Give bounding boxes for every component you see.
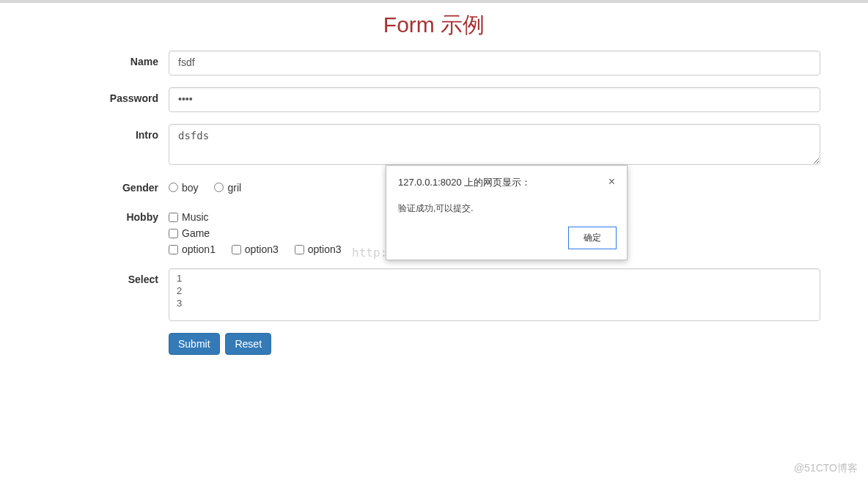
close-icon[interactable]: × — [608, 176, 615, 188]
select-option-2[interactable]: 2 — [174, 284, 815, 297]
select-label: Select — [48, 268, 169, 285]
row-intro: Intro dsfds — [48, 124, 820, 165]
hobby-checkbox-game-label: Game — [182, 227, 210, 239]
hobby-checkbox-option3a[interactable] — [232, 245, 241, 254]
select-option-1[interactable]: 1 — [174, 272, 815, 284]
hobby-checkbox-option3b[interactable] — [295, 245, 304, 254]
row-password: Password — [48, 87, 820, 112]
intro-label: Intro — [48, 124, 169, 141]
hobby-option1[interactable]: option1 — [169, 243, 216, 255]
hobby-checkbox-music-label: Music — [182, 211, 209, 223]
row-name: Name — [48, 51, 820, 76]
hobby-checkbox-option1[interactable] — [169, 245, 178, 254]
gender-radio-boy[interactable] — [169, 183, 178, 192]
hobby-option3b[interactable]: option3 — [295, 243, 342, 255]
gender-option-gril[interactable]: gril — [214, 182, 241, 194]
footer-watermark: @51CTO博客 — [794, 462, 858, 475]
dialog-title: 127.0.0.1:8020 上的网页显示： — [398, 176, 531, 189]
hobby-checkbox-game[interactable] — [169, 229, 178, 238]
name-label: Name — [48, 51, 169, 67]
row-select: Select 1 2 3 — [48, 268, 820, 321]
hobby-checkbox-option3a-label: option3 — [245, 243, 279, 255]
dialog-body: 验证成功,可以提交. — [386, 194, 627, 219]
alert-dialog: 127.0.0.1:8020 上的网页显示： × 验证成功,可以提交. 确定 — [386, 165, 628, 260]
hobby-checkbox-option3b-label: option3 — [308, 243, 342, 255]
gender-option-boy[interactable]: boy — [169, 182, 199, 194]
hobby-checkbox-option1-label: option1 — [182, 243, 216, 255]
hobby-option3a[interactable]: option3 — [232, 243, 279, 255]
gender-radio-gril[interactable] — [214, 183, 224, 192]
select-multiple[interactable]: 1 2 3 — [169, 268, 820, 321]
button-row: Submit Reset — [48, 333, 820, 355]
select-option-3[interactable]: 3 — [174, 297, 815, 309]
reset-button[interactable]: Reset — [225, 333, 271, 355]
dialog-confirm-button[interactable]: 确定 — [568, 227, 617, 249]
gender-radio-boy-label: boy — [182, 182, 199, 194]
dialog-header: 127.0.0.1:8020 上的网页显示： × — [386, 166, 627, 194]
window-top-border — [0, 0, 868, 3]
name-input[interactable] — [169, 51, 820, 76]
hobby-label: Hobby — [48, 206, 169, 223]
intro-textarea[interactable]: dsfds — [169, 124, 820, 165]
password-label: Password — [48, 87, 169, 104]
gender-radio-gril-label: gril — [227, 182, 241, 194]
page-title: Form 示例 — [48, 10, 820, 40]
submit-button[interactable]: Submit — [169, 333, 220, 355]
gender-label: Gender — [48, 177, 169, 194]
password-input[interactable] — [169, 87, 820, 112]
dialog-footer: 确定 — [386, 219, 627, 260]
hobby-checkbox-music[interactable] — [169, 213, 178, 222]
